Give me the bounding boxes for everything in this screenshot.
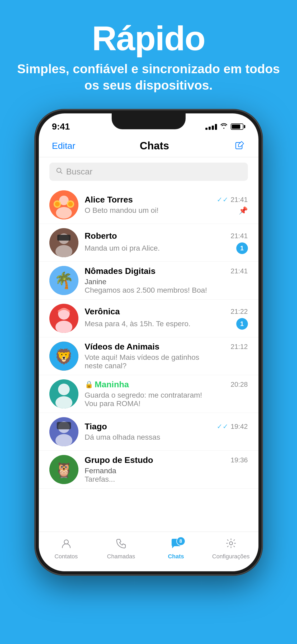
chat-content-grupo: Grupo de Estudo 19:36 Fernanda Tarefas..… (85, 455, 248, 484)
chat-item-nomades[interactable]: 🌴 Nômades Digitais 21:41 Janine Chegamos… (39, 262, 258, 300)
chat-item-videos[interactable]: 🦁 Vídeos de Animais 21:12 Vote aqui! Mai… (39, 337, 258, 375)
signal-bar-2 (209, 127, 211, 130)
chat-preview-videos: Vote aqui! Mais vídeos de gatinhos (85, 353, 199, 361)
tab-settings[interactable]: Configurações (204, 538, 258, 560)
chat-content-roberto: Roberto 21:41 Manda um oi pra Alice. 1 (85, 231, 248, 254)
battery-icon (231, 123, 245, 130)
chat-preview-veronica: Mesa para 4, às 15h. Te espero. (85, 320, 191, 328)
chats-badge: 8 (176, 537, 185, 546)
hero-subtitle: Simples, confiável e sincronizado em tod… (0, 61, 297, 94)
chat-name-veronica: Verônica (85, 307, 120, 316)
tab-label-settings: Configurações (212, 553, 250, 560)
chat-header-tiago: Tiago ✓✓ 19:42 (85, 422, 248, 431)
search-icon (56, 167, 63, 176)
avatar-tiago (49, 417, 78, 446)
avatar-videos: 🦁 (49, 342, 78, 371)
signal-bar-3 (212, 126, 214, 130)
chat-header-veronica: Verônica 21:22 (85, 307, 248, 316)
chats-title: Chats (140, 140, 169, 152)
status-time: 9:41 (52, 121, 70, 132)
unread-badge-roberto: 1 (236, 242, 248, 254)
chat-item-alice[interactable]: Alice Torres ✓✓ 21:41 O Beto mandou um o… (39, 186, 258, 224)
chat-header-maninha: 🔒 Maninha 20:28 (85, 380, 248, 389)
search-placeholder: Buscar (66, 167, 93, 177)
chat-list: Alice Torres ✓✓ 21:41 O Beto mandou um o… (39, 186, 258, 489)
compose-icon (234, 141, 244, 151)
chat-item-grupo[interactable]: 🦉 Grupo de Estudo 19:36 Fernanda Tarefas… (39, 451, 258, 489)
chat-time-alice: 21:41 (230, 196, 248, 204)
chats-tab-wrapper: 8 (171, 538, 182, 551)
unread-badge-veronica: 1 (236, 318, 248, 330)
chat-content-nomades: Nômades Digitais 21:41 Janine Chegamos a… (85, 266, 248, 295)
lock-icon-maninha: 🔒 (85, 380, 93, 389)
chat-time-tiago: 19:42 (230, 422, 248, 431)
chat-name-tiago: Tiago (85, 422, 107, 431)
compose-button[interactable] (234, 140, 245, 151)
avatar-nomades: 🌴 (49, 266, 78, 295)
chat-item-roberto[interactable]: Roberto 21:41 Manda um oi pra Alice. 1 (39, 224, 258, 262)
avatar-maninha (49, 379, 78, 408)
svg-text:🌴: 🌴 (54, 271, 74, 290)
contacts-icon (61, 538, 72, 551)
double-check-tiago: ✓✓ (217, 422, 228, 431)
chat-time-maninha: 20:28 (230, 380, 248, 389)
tab-bar: Contatos Chamadas (39, 532, 258, 571)
chat-time-veronica: 21:22 (230, 307, 248, 316)
calls-icon (116, 538, 127, 551)
sender-nomades: Janine (85, 278, 107, 286)
chat-name-grupo: Grupo de Estudo (85, 455, 153, 465)
pin-icon-alice: 📌 (239, 206, 248, 215)
svg-point-22 (55, 396, 72, 408)
chat-content-veronica: Verônica 21:22 Mesa para 4, às 15h. Te e… (85, 307, 248, 330)
chat-header-alice: Alice Torres ✓✓ 21:41 (85, 195, 248, 205)
avatar-veronica (49, 304, 78, 333)
chat-preview-alice: O Beto mandou um oi! (85, 206, 159, 215)
chat-preview-nomades: Chegamos aos 2.500 membros! Boa! (85, 286, 207, 294)
chat-preview-maninha: Guarda o segredo: me contrataram! (85, 391, 202, 399)
chat-header-videos: Vídeos de Animais 21:12 (85, 342, 248, 352)
search-bar[interactable]: Buscar (49, 163, 248, 181)
chat-content-videos: Vídeos de Animais 21:12 Vote aqui! Mais … (85, 342, 248, 370)
chat-preview-tiago: Dá uma olhada nessas (85, 433, 160, 441)
signal-bar-1 (205, 128, 208, 130)
svg-point-25 (55, 434, 72, 446)
chat-time-videos: 21:12 (230, 343, 248, 351)
chat-header-grupo: Grupo de Estudo 19:36 (85, 455, 248, 465)
avatar-alice (49, 190, 78, 219)
chat-time-grupo: 19:36 (230, 456, 248, 464)
nav-bar: Editar Chats (39, 135, 258, 157)
svg-rect-26 (57, 422, 71, 429)
svg-point-17 (55, 321, 72, 333)
chat-name-videos: Vídeos de Animais (85, 342, 159, 352)
tab-calls[interactable]: Chamadas (94, 538, 149, 560)
svg-rect-12 (57, 235, 70, 241)
signal-bar-4 (215, 124, 217, 130)
svg-point-30 (229, 542, 233, 545)
chat-name-maninha: Maninha (95, 380, 129, 389)
double-check-alice: ✓✓ (217, 196, 228, 204)
avatar-roberto (49, 228, 78, 257)
chat-name-alice: Alice Torres (85, 195, 133, 205)
status-icons (205, 123, 245, 130)
svg-point-29 (64, 540, 68, 544)
settings-icon (225, 538, 237, 551)
tab-label-calls: Chamadas (107, 553, 135, 560)
svg-point-11 (55, 245, 72, 257)
svg-point-21 (58, 384, 70, 395)
chat-item-tiago[interactable]: Tiago ✓✓ 19:42 Dá uma olhada nessas (39, 413, 258, 451)
chat-item-maninha[interactable]: 🔒 Maninha 20:28 Guarda o segredo: me con… (39, 375, 258, 413)
tab-chats[interactable]: 8 Chats (149, 538, 204, 560)
chat-preview-roberto: Manda um oi pra Alice. (85, 244, 160, 252)
wifi-icon (220, 123, 228, 130)
edit-button[interactable]: Editar (52, 141, 76, 151)
chat-preview-videos-2: neste canal? (85, 362, 127, 370)
tab-contacts[interactable]: Contatos (39, 538, 94, 560)
chat-content-alice: Alice Torres ✓✓ 21:41 O Beto mandou um o… (85, 195, 248, 215)
chat-name-nomades: Nômades Digitais (85, 266, 156, 276)
hero-section: Rápido Simples, confiável e sincronizado… (0, 0, 297, 107)
chat-item-veronica[interactable]: Verônica 21:22 Mesa para 4, às 15h. Te e… (39, 300, 258, 337)
tab-label-chats: Chats (168, 553, 184, 560)
phone-screen: 9:41 (39, 113, 258, 571)
sender-grupo: Fernanda (85, 467, 116, 475)
phone-notch (112, 113, 186, 129)
